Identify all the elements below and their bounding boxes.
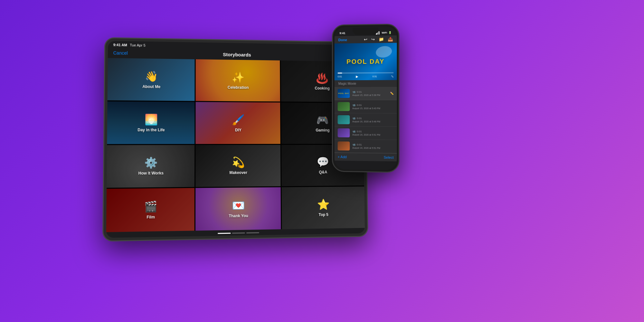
movie-info-1: 📹 0:01 August 15, 2020 at 5:38 PM <box>352 90 390 96</box>
grid-cell-top5[interactable]: ⭐ Top 5 <box>282 186 365 229</box>
grid-cell-diy[interactable]: 🖌️ DIY <box>195 102 280 144</box>
movie-info-5: 📹 0:01 August 16, 2020 at 5:51 PM <box>352 143 393 149</box>
movie-list: POOL DAY 📹 0:01 August 15, 2020 at 5:38 … <box>335 87 397 153</box>
iphone-screen: 9:41 ▐▌▌ WiFi 🔋 Done ↩ ↪ 📁 📤 POOL DAY <box>335 26 397 170</box>
diy-icon: 🖌️ <box>232 114 245 126</box>
movie-thumb-1: POOL DAY <box>338 89 350 98</box>
grid-cell-film[interactable]: 🎬 Film <box>106 188 194 232</box>
battery-icon: 🔋 <box>388 31 392 34</box>
redo-icon[interactable]: ↪ <box>371 37 375 42</box>
celebration-label: Celebration <box>228 85 249 90</box>
gaming-label: Gaming <box>316 128 329 132</box>
preview-bar: 0:01 ▶ 0:31 ⤡ <box>338 72 394 79</box>
about-me-label: About Me <box>142 84 160 89</box>
expand-icon[interactable]: ⤡ <box>391 75 393 78</box>
movie-item-3[interactable]: 📹 0:01 August 16, 2020 at 5:46 PM <box>335 113 397 127</box>
gaming-icon: 🎮 <box>316 114 329 126</box>
iphone-done-button[interactable]: Done <box>338 38 347 42</box>
grid-cell-celebration[interactable]: ✨ Celebration <box>195 59 280 101</box>
storyboard-grid: 👋 About Me ✨ Celebration ♨️ Cooking 🌅 D <box>106 58 365 232</box>
video-icon-1: 📹 <box>352 90 355 93</box>
movie-item-1[interactable]: POOL DAY 📹 0:01 August 15, 2020 at 5:38 … <box>335 87 397 100</box>
grid-cell-makeover[interactable]: 💫 Makeover <box>195 145 281 187</box>
thank-you-icon: 💌 <box>232 199 245 212</box>
iphone-preview: POOL DAY 0:01 ▶ 0:31 ⤡ <box>335 43 397 80</box>
movie-date-2: August 15, 2020 at 5:43 PM <box>352 107 393 109</box>
movie-info-4: 📹 0:01 August 16, 2020 at 5:51 PM <box>352 130 393 136</box>
iphone-toolbar: Done ↩ ↪ 📁 📤 <box>335 35 397 43</box>
ipad-title: Storyboards <box>223 52 251 58</box>
ipad-date: Tue Apr 5 <box>130 43 146 47</box>
movie-item-2[interactable]: 📹 0:01 August 15, 2020 at 5:43 PM <box>335 100 397 113</box>
movie-duration-5: 0:01 <box>357 143 362 146</box>
preview-progress-fill <box>338 72 342 73</box>
about-me-icon: 👋 <box>145 70 158 83</box>
day-in-life-icon: 🌅 <box>145 113 158 126</box>
movie-duration-1: 0:01 <box>357 90 362 93</box>
movie-date-1: August 15, 2020 at 5:38 PM <box>352 94 390 96</box>
magic-movie-label: Magic Movie <box>335 80 397 87</box>
makeover-icon: 💫 <box>232 156 245 168</box>
movie-duration-2: 0:01 <box>357 104 362 107</box>
iphone-device: 9:41 ▐▌▌ WiFi 🔋 Done ↩ ↪ 📁 📤 POOL DAY <box>332 24 400 173</box>
share-icon[interactable]: 📤 <box>388 37 393 42</box>
iphone-bottom-bar: + Add Select <box>335 153 397 161</box>
movie-duration-4: 0:01 <box>357 130 362 133</box>
ipad-screen: 9:41 AM Tue Apr 5 ●●● WiFi 🔋 Cancel Stor… <box>106 41 365 238</box>
movie-info-3: 📹 0:01 August 16, 2020 at 5:46 PM <box>352 117 393 123</box>
how-it-works-icon: ⚙️ <box>144 156 157 169</box>
day-in-life-label: Day in the Life <box>137 128 165 132</box>
toolbar-icons: ↩ ↪ 📁 📤 <box>364 37 393 42</box>
thank-you-label: Thank You <box>229 213 248 218</box>
preview-controls: 0:01 ▶ 0:31 ⤡ <box>338 75 394 79</box>
celebration-icon: ✨ <box>232 71 245 83</box>
ipad-time: 9:41 AM <box>113 43 127 47</box>
video-icon-5: 📹 <box>352 143 355 146</box>
scroll-dot-2 <box>232 232 245 234</box>
folder-icon[interactable]: 📁 <box>379 37 384 42</box>
qa-icon: 💬 <box>317 156 329 168</box>
video-icon-4: 📹 <box>352 130 355 133</box>
add-button[interactable]: + Add <box>338 155 347 159</box>
grid-cell-thank-you[interactable]: 💌 Thank You <box>195 187 281 231</box>
movie-thumb-2 <box>338 102 350 111</box>
preview-progress-track[interactable] <box>338 72 394 74</box>
scroll-indicator <box>218 232 259 234</box>
movie-thumb-5 <box>338 141 350 150</box>
iphone-time: 9:41 <box>340 32 346 35</box>
video-icon-3: 📹 <box>352 117 355 120</box>
top5-label: Top 5 <box>318 213 328 217</box>
grid-cell-how-it-works[interactable]: ⚙️ How It Works <box>107 145 194 188</box>
preview-time-start: 0:01 <box>338 75 342 78</box>
movie-item-5[interactable]: 📹 0:01 August 16, 2020 at 5:51 PM <box>335 139 397 153</box>
edit-icon-1: ✏️ <box>390 92 393 95</box>
preview-title: POOL DAY <box>346 58 384 66</box>
how-it-works-label: How It Works <box>138 171 164 176</box>
movie-info-2: 📹 0:01 August 15, 2020 at 5:43 PM <box>352 104 393 109</box>
top5-icon: ⭐ <box>317 198 330 211</box>
grid-cell-about-me[interactable]: 👋 About Me <box>108 58 195 101</box>
iphone-notch <box>353 27 378 35</box>
select-button[interactable]: Select <box>384 156 394 159</box>
film-icon: 🎬 <box>144 200 157 213</box>
wifi-icon: WiFi <box>382 31 387 34</box>
cooking-icon: ♨️ <box>316 72 328 84</box>
cancel-button[interactable]: Cancel <box>113 50 128 56</box>
scroll-dot-3 <box>246 232 259 233</box>
makeover-label: Makeover <box>229 170 247 175</box>
video-icon-2: 📹 <box>352 104 355 107</box>
qa-label: Q&A <box>319 170 327 175</box>
movie-thumb-4 <box>338 128 350 137</box>
film-label: Film <box>147 215 155 220</box>
undo-icon[interactable]: ↩ <box>364 37 367 42</box>
movie-duration-3: 0:01 <box>357 117 362 120</box>
cooking-label: Cooking <box>315 86 330 90</box>
movie-date-5: August 16, 2020 at 5:51 PM <box>352 147 393 149</box>
movie-date-4: August 16, 2020 at 5:51 PM <box>352 134 393 136</box>
play-button[interactable]: ▶ <box>356 75 358 78</box>
movie-item-4[interactable]: 📹 0:01 August 16, 2020 at 5:51 PM <box>335 126 397 140</box>
grid-cell-day-in-life[interactable]: 🌅 Day in the Life <box>107 101 194 144</box>
ipad-device: 9:41 AM Tue Apr 5 ●●● WiFi 🔋 Cancel Stor… <box>102 37 368 242</box>
scroll-dot-1 <box>218 233 231 234</box>
movie-thumb-3 <box>338 115 350 124</box>
